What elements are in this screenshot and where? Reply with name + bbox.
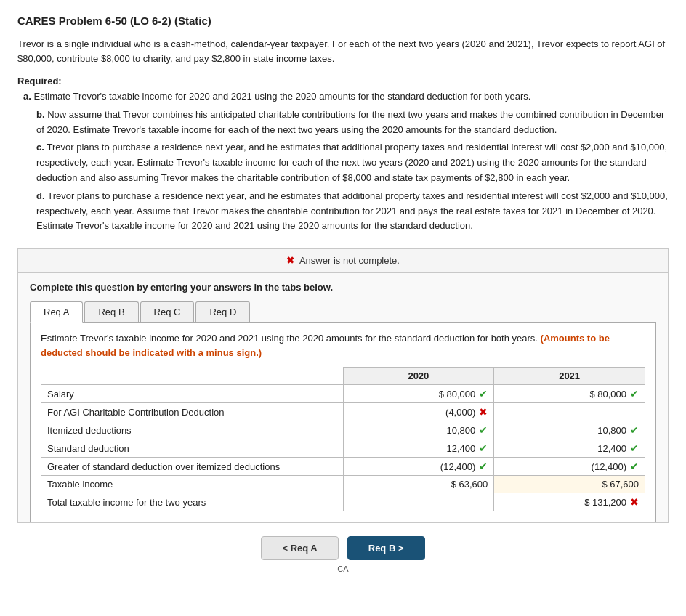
req-text-d: Trevor plans to purchase a residence nex… [36, 190, 668, 232]
complete-text: Complete this question by entering your … [30, 282, 656, 293]
req-text-b: Now assume that Trevor combines his anti… [36, 109, 664, 135]
check-icon: ✔ [479, 442, 488, 454]
req-item-b: b. Now assume that Trevor combines his a… [23, 108, 669, 138]
row-label-standard: Standard deduction [41, 439, 344, 458]
required-label: Required: [17, 76, 669, 86]
row-val-greater-2021: (12,400) ✔ [494, 458, 645, 476]
row-val-salary-2020: $ 80,000 ✔ [343, 385, 494, 403]
row-label-total: Total taxable income for the two years [41, 493, 344, 511]
tab-req-b[interactable]: Req B [84, 301, 138, 322]
answer-banner-text: Answer is not complete. [299, 255, 400, 266]
req-letter-c: c. [36, 142, 47, 153]
req-text-c: Trevor plans to purchase a residence nex… [36, 142, 667, 183]
prev-button-label: < Req A [282, 543, 317, 554]
x-icon: ✖ [479, 406, 488, 418]
check-icon: ✔ [479, 461, 488, 472]
row-label-salary: Salary [41, 385, 344, 403]
ca-label: CA [17, 564, 669, 573]
complete-box: Complete this question by entering your … [17, 272, 669, 523]
row-val-standard-2020: 12,400 ✔ [343, 439, 494, 458]
check-icon: ✔ [630, 461, 639, 472]
requirements-list: a. Estimate Trevor's taxable income for … [17, 89, 669, 234]
row-val-greater-2020: (12,400) ✔ [343, 458, 494, 476]
req-item-a: a. Estimate Trevor's taxable income for … [23, 89, 669, 105]
row-val-total-2020 [343, 493, 494, 511]
req-letter-d: d. [36, 190, 47, 201]
row-val-foragi-2020: (4,000) ✖ [343, 403, 494, 421]
req-letter-b: b. [36, 109, 47, 120]
next-button[interactable]: Req B > [347, 536, 425, 560]
req-item-d: d. Trevor plans to purchase a residence … [23, 189, 669, 234]
intro-text: Trevor is a single individual who is a c… [17, 37, 669, 65]
row-val-taxable-2021: $ 67,600 [494, 476, 645, 493]
table-row: Taxable income $ 63,600 $ 67,600 [41, 476, 645, 493]
table-row: Standard deduction 12,400 ✔ 12,400 ✔ [41, 439, 645, 458]
check-icon: ✔ [630, 424, 639, 436]
col-header-2020: 2020 [343, 368, 494, 385]
check-icon: ✔ [479, 424, 488, 436]
table-row: Greater of standard deduction over itemi… [41, 458, 645, 476]
row-val-itemized-2020: 10,800 ✔ [343, 421, 494, 439]
row-val-standard-2021: 12,400 ✔ [494, 439, 645, 458]
tab-req-d[interactable]: Req D [195, 301, 250, 322]
row-label-taxable: Taxable income [41, 476, 344, 493]
tab-req-c[interactable]: Req C [140, 301, 195, 322]
table-row: For AGI Charitable Contribution Deductio… [41, 403, 645, 421]
check-icon: ✔ [630, 442, 639, 454]
row-val-taxable-2020: $ 63,600 [343, 476, 494, 493]
page-title: CARES Problem 6-50 (LO 6-2) (Static) [17, 15, 669, 27]
nav-buttons: < Req A Req B > [17, 536, 669, 560]
check-icon: ✔ [630, 388, 639, 400]
row-val-foragi-2021 [494, 403, 645, 421]
req-letter-a: a. [23, 91, 33, 102]
col-header-2021: 2021 [494, 368, 645, 385]
table-row: Salary $ 80,000 ✔ $ 80,000 ✔ [41, 385, 645, 403]
data-table: 2020 2021 Salary $ 80,000 ✔ [41, 367, 645, 511]
req-item-c: c. Trevor plans to purchase a residence … [23, 140, 669, 185]
row-label-foragi: For AGI Charitable Contribution Deductio… [41, 403, 344, 421]
check-icon: ✔ [479, 388, 488, 400]
req-text-a: Estimate Trevor's taxable income for 202… [33, 91, 530, 102]
row-label-itemized: Itemized deductions [41, 421, 344, 439]
tab-content-req-a: Estimate Trevor's taxable income for 202… [30, 323, 656, 522]
tab-instruction: Estimate Trevor's taxable income for 202… [41, 331, 645, 360]
row-val-salary-2021: $ 80,000 ✔ [494, 385, 645, 403]
answer-banner: ✖ Answer is not complete. [17, 248, 669, 272]
tab-req-a[interactable]: Req A [30, 301, 83, 323]
row-val-itemized-2021: 10,800 ✔ [494, 421, 645, 439]
answer-x-icon: ✖ [286, 255, 294, 266]
row-label-greater: Greater of standard deduction over itemi… [41, 458, 344, 476]
table-row: Total taxable income for the two years $… [41, 493, 645, 511]
tabs-row: Req A Req B Req C Req D [30, 301, 656, 323]
x-icon: ✖ [630, 496, 639, 508]
next-button-label: Req B > [368, 543, 404, 554]
tab-instruction-text: Estimate Trevor's taxable income for 202… [41, 333, 538, 344]
prev-button[interactable]: < Req A [261, 536, 338, 560]
table-row: Itemized deductions 10,800 ✔ 10,800 ✔ [41, 421, 645, 439]
row-val-total-2021: $ 131,200 ✖ [494, 493, 645, 511]
